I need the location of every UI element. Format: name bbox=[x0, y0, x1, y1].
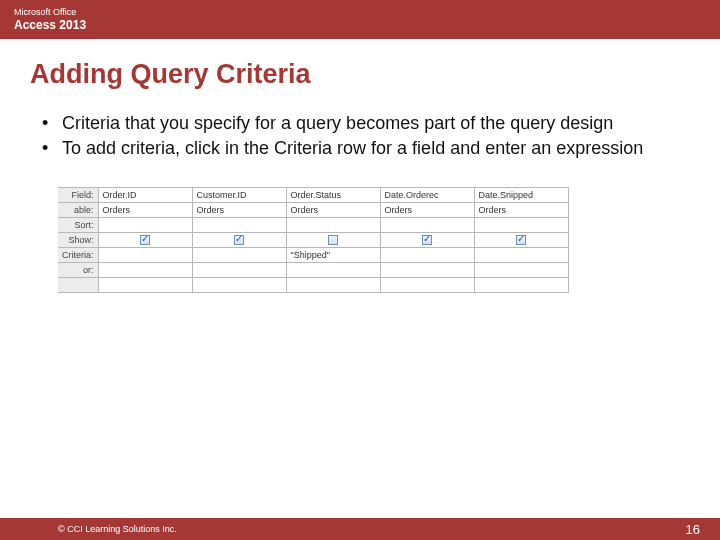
cell-or[interactable] bbox=[98, 263, 192, 278]
cell-show[interactable] bbox=[474, 233, 568, 248]
cell-criteria[interactable] bbox=[98, 248, 192, 263]
row-label-field: Field: bbox=[58, 188, 98, 203]
header-product-line: Microsoft Office bbox=[14, 7, 706, 17]
cell-field[interactable]: Customer.ID bbox=[192, 188, 286, 203]
cell-or[interactable] bbox=[380, 263, 474, 278]
cell-table[interactable]: Orders bbox=[98, 203, 192, 218]
cell-blank[interactable] bbox=[192, 278, 286, 293]
cell-field[interactable]: Order.ID bbox=[98, 188, 192, 203]
cell-criteria[interactable] bbox=[474, 248, 568, 263]
cell-blank[interactable] bbox=[98, 278, 192, 293]
row-or: or: bbox=[58, 263, 568, 278]
cell-show[interactable] bbox=[286, 233, 380, 248]
slide-title: Adding Query Criteria bbox=[0, 39, 720, 112]
checkbox-icon[interactable] bbox=[328, 235, 338, 245]
row-field: Field: Order.ID Customer.ID Order.Status… bbox=[58, 188, 568, 203]
slide-footer: © CCI Learning Solutions Inc. 16 bbox=[0, 518, 720, 540]
cell-table[interactable]: Orders bbox=[474, 203, 568, 218]
cell-table[interactable]: Orders bbox=[192, 203, 286, 218]
cell-or[interactable] bbox=[474, 263, 568, 278]
cell-criteria[interactable]: "Shipped" bbox=[286, 248, 380, 263]
row-label-or: or: bbox=[58, 263, 98, 278]
cell-criteria[interactable] bbox=[380, 248, 474, 263]
cell-sort[interactable] bbox=[380, 218, 474, 233]
bullet-marker: • bbox=[40, 137, 62, 160]
footer-page-number: 16 bbox=[686, 522, 700, 537]
header-product-name: Access 2013 bbox=[14, 18, 706, 32]
cell-criteria[interactable] bbox=[192, 248, 286, 263]
cell-blank[interactable] bbox=[474, 278, 568, 293]
row-show: Show: bbox=[58, 233, 568, 248]
checkbox-icon[interactable] bbox=[234, 235, 244, 245]
checkbox-icon[interactable] bbox=[516, 235, 526, 245]
row-label-blank bbox=[58, 278, 98, 293]
row-label-show: Show: bbox=[58, 233, 98, 248]
cell-or[interactable] bbox=[192, 263, 286, 278]
cell-field[interactable]: Date.Snipped bbox=[474, 188, 568, 203]
checkbox-icon[interactable] bbox=[422, 235, 432, 245]
cell-blank[interactable] bbox=[380, 278, 474, 293]
row-sort: Sort: bbox=[58, 218, 568, 233]
cell-or[interactable] bbox=[286, 263, 380, 278]
cell-table[interactable]: Orders bbox=[380, 203, 474, 218]
row-label-sort: Sort: bbox=[58, 218, 98, 233]
bullet-list: • Criteria that you specify for a query … bbox=[0, 112, 720, 159]
row-criteria: Criteria: "Shipped" bbox=[58, 248, 568, 263]
slide-header: Microsoft Office Access 2013 bbox=[0, 0, 720, 39]
row-table: able: Orders Orders Orders Orders Orders bbox=[58, 203, 568, 218]
bullet-text: To add criteria, click in the Criteria r… bbox=[62, 137, 680, 160]
bullet-marker: • bbox=[40, 112, 62, 135]
cell-field[interactable]: Date.Orderec bbox=[380, 188, 474, 203]
row-label-table: able: bbox=[58, 203, 98, 218]
cell-sort[interactable] bbox=[192, 218, 286, 233]
bullet-item: • Criteria that you specify for a query … bbox=[40, 112, 680, 135]
cell-sort[interactable] bbox=[474, 218, 568, 233]
cell-show[interactable] bbox=[380, 233, 474, 248]
cell-sort[interactable] bbox=[286, 218, 380, 233]
footer-copyright: © CCI Learning Solutions Inc. bbox=[58, 524, 177, 534]
query-design-grid: Field: Order.ID Customer.ID Order.Status… bbox=[0, 161, 720, 293]
cell-table[interactable]: Orders bbox=[286, 203, 380, 218]
row-label-criteria: Criteria: bbox=[58, 248, 98, 263]
bullet-text: Criteria that you specify for a query be… bbox=[62, 112, 680, 135]
cell-show[interactable] bbox=[192, 233, 286, 248]
bullet-item: • To add criteria, click in the Criteria… bbox=[40, 137, 680, 160]
row-blank bbox=[58, 278, 568, 293]
checkbox-icon[interactable] bbox=[140, 235, 150, 245]
cell-blank[interactable] bbox=[286, 278, 380, 293]
cell-sort[interactable] bbox=[98, 218, 192, 233]
cell-field[interactable]: Order.Status bbox=[286, 188, 380, 203]
cell-show[interactable] bbox=[98, 233, 192, 248]
